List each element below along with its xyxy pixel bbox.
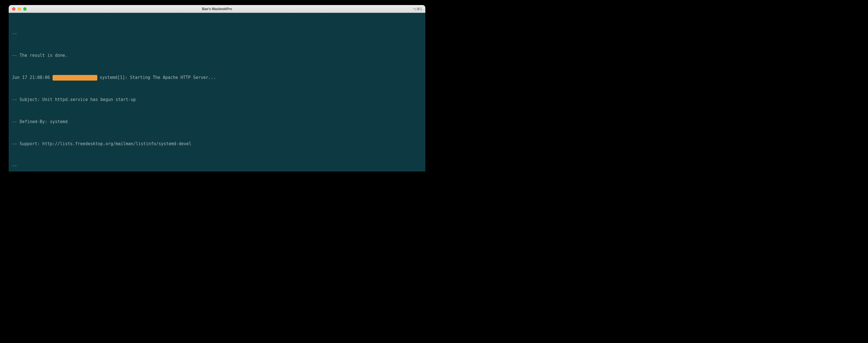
redacted-hostname (53, 75, 97, 81)
log-text: systemd[1]: Starting The Apache HTTP Ser… (97, 75, 216, 80)
window-title: Bao's MacbookPro (9, 7, 425, 11)
log-line: -- (12, 162, 422, 169)
log-text: Jun 17 21:08:06 (12, 75, 53, 80)
log-line: -- Subject: Unit httpd.service has begun… (12, 96, 422, 103)
terminal-output[interactable]: -- -- The result is done. Jun 17 21:08:0… (9, 13, 425, 171)
log-line: -- The result is done. (12, 52, 422, 59)
log-line: -- (12, 30, 422, 37)
window-shortcut-label: ⌥⌘1 (413, 7, 422, 11)
log-line: -- Defined-By: systemd (12, 118, 422, 125)
log-line: -- Support: http://lists.freedesktop.org… (12, 140, 422, 147)
title-bar[interactable]: Bao's MacbookPro ⌥⌘1 (9, 5, 425, 13)
log-line: Jun 17 21:08:06 systemd[1]: Starting The… (12, 74, 422, 81)
terminal-window: Bao's MacbookPro ⌥⌘1 -- -- The result is… (9, 5, 425, 171)
